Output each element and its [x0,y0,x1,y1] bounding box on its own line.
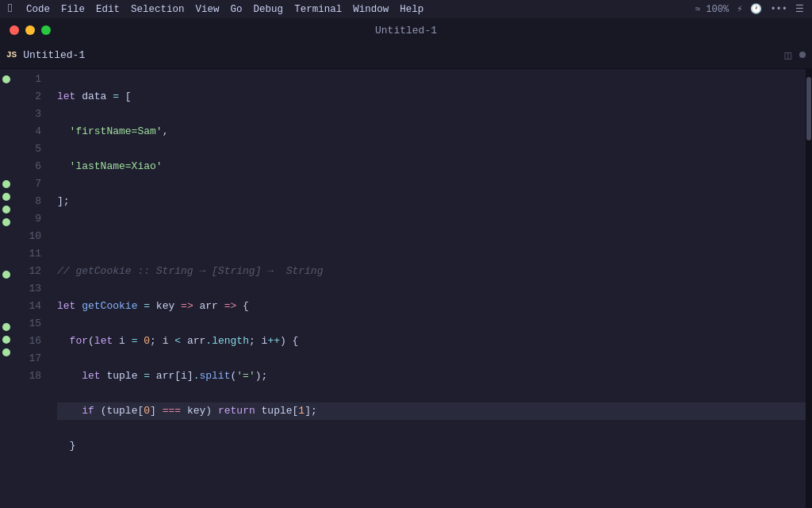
tab-file-icon: JS [6,50,17,60]
battery-icon: ⚡ [737,3,742,15]
code-line-11: } [57,437,806,455]
code-line-12 [57,472,806,490]
menu-debug[interactable]: Debug [254,4,284,15]
traffic-lights [10,25,51,35]
tab-actions: ◫ [785,48,806,62]
code-line-6: // getCookie :: String → [String] → Stri… [57,263,806,280]
menu-selection[interactable]: Selection [131,4,185,15]
code-area[interactable]: let data = [ 'firstName=Sam', 'lastName=… [51,69,806,508]
menu-view[interactable]: View [196,4,220,15]
editor-content: 1 2 3 4 5 6 7 8 9 10 11 12 13 14 15 16 1… [0,69,812,508]
menu-file[interactable]: File [61,4,85,15]
menu-window[interactable]: Window [353,4,389,15]
breakpoint-10[interactable] [2,218,10,226]
menu-code[interactable]: Code [26,4,50,15]
code-line-9: let tuple = arr[i].split('='); [57,368,806,385]
mac-menubar:  Code File Edit Selection View Go Debug… [0,0,812,19]
menu-help[interactable]: Help [400,4,423,15]
close-button[interactable] [10,25,19,35]
maximize-button[interactable] [41,25,51,35]
code-line-2: 'firstName=Sam', [57,123,806,140]
menu-edit[interactable]: Edit [96,4,120,15]
dot-indicator [799,52,806,58]
code-line-3: 'lastName=Xiao' [57,158,806,175]
line-numbers: 1 2 3 4 5 6 7 8 9 10 11 12 13 14 15 16 1… [13,69,51,508]
scrollbar-thumb[interactable] [806,77,811,140]
tab-filename[interactable]: Untitled-1 [23,49,85,61]
code-line-4: ]; [57,193,806,210]
breakpoint-17[interactable] [2,336,10,344]
wifi-icon: ≈ 100% [695,4,729,15]
split-editor-icon[interactable]: ◫ [785,48,791,62]
scrollbar[interactable] [806,69,812,508]
code-line-1: let data = [ [57,88,806,106]
breakpoint-13[interactable] [2,271,10,279]
apple-menu[interactable]:  [8,2,15,16]
menu-terminal[interactable]: Terminal [294,4,342,15]
breakpoint-16[interactable] [2,323,10,331]
code-line-8: for(let i = 0; i < arr.length; i++) { [57,333,806,350]
code-line-7: let getCookie = key => arr => { [57,298,806,315]
breakpoint-8[interactable] [2,193,10,201]
window-title: Untitled-1 [375,25,437,37]
breakpoint-9[interactable] [2,206,10,214]
breakpoints-column [0,69,13,508]
menu-go[interactable]: Go [231,4,243,15]
code-line-5 [57,228,806,245]
more-icon[interactable]: ••• [770,4,787,15]
breakpoint-7[interactable] [2,180,10,188]
clock-icon: 🕐 [750,3,762,15]
breakpoint-18[interactable] [2,348,10,356]
breakpoint-1[interactable] [2,75,10,83]
code-line-10: if (tuple[0] === key) return tuple[1]; [57,402,806,420]
sidebar-icon[interactable]: ☰ [795,3,804,15]
titlebar: Untitled-1 [0,19,812,41]
minimize-button[interactable] [25,25,35,35]
editor: 1 2 3 4 5 6 7 8 9 10 11 12 13 14 15 16 1… [0,69,812,508]
tab-bar: JS Untitled-1 ◫ [0,41,812,69]
